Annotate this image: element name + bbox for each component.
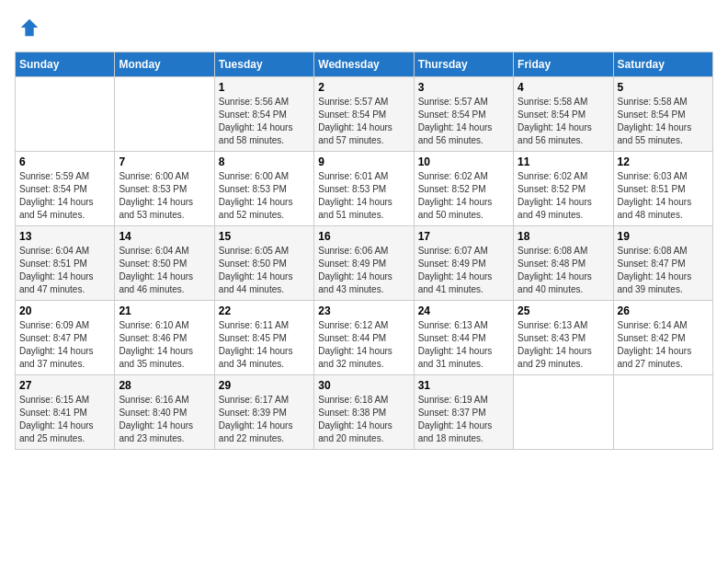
weekday-header: Thursday bbox=[414, 52, 513, 77]
day-number: 7 bbox=[119, 155, 210, 168]
day-info: Sunrise: 5:58 AM Sunset: 8:54 PM Dayligh… bbox=[518, 96, 609, 147]
calendar-cell bbox=[514, 375, 613, 450]
day-number: 21 bbox=[119, 304, 210, 317]
weekday-header: Tuesday bbox=[214, 52, 313, 77]
calendar-table: SundayMondayTuesdayWednesdayThursdayFrid… bbox=[15, 52, 713, 450]
day-info: Sunrise: 6:07 AM Sunset: 8:49 PM Dayligh… bbox=[418, 245, 509, 296]
calendar-cell: 3 Sunrise: 5:57 AM Sunset: 8:54 PM Dayli… bbox=[414, 77, 513, 152]
page-header bbox=[15, 15, 713, 40]
day-number: 3 bbox=[418, 81, 509, 94]
day-number: 1 bbox=[219, 81, 310, 94]
day-number: 9 bbox=[318, 155, 409, 168]
day-info: Sunrise: 6:19 AM Sunset: 8:37 PM Dayligh… bbox=[418, 394, 509, 445]
calendar-cell: 31 Sunrise: 6:19 AM Sunset: 8:37 PM Dayl… bbox=[414, 375, 513, 450]
day-number: 28 bbox=[119, 379, 210, 392]
calendar-cell: 6 Sunrise: 5:59 AM Sunset: 8:54 PM Dayli… bbox=[16, 152, 115, 226]
weekday-header: Saturday bbox=[613, 52, 712, 77]
calendar-cell: 28 Sunrise: 6:16 AM Sunset: 8:40 PM Dayl… bbox=[115, 375, 214, 450]
calendar-cell: 27 Sunrise: 6:15 AM Sunset: 8:41 PM Dayl… bbox=[16, 375, 115, 450]
day-info: Sunrise: 6:06 AM Sunset: 8:49 PM Dayligh… bbox=[318, 245, 409, 296]
calendar-cell: 14 Sunrise: 6:04 AM Sunset: 8:50 PM Dayl… bbox=[115, 226, 214, 301]
day-number: 13 bbox=[19, 230, 110, 243]
day-info: Sunrise: 6:11 AM Sunset: 8:45 PM Dayligh… bbox=[219, 319, 310, 371]
calendar-cell: 24 Sunrise: 6:13 AM Sunset: 8:44 PM Dayl… bbox=[414, 301, 513, 375]
calendar-cell: 16 Sunrise: 6:06 AM Sunset: 8:49 PM Dayl… bbox=[314, 226, 414, 301]
day-info: Sunrise: 5:57 AM Sunset: 8:54 PM Dayligh… bbox=[418, 96, 509, 147]
day-number: 27 bbox=[19, 379, 110, 392]
calendar-cell: 19 Sunrise: 6:08 AM Sunset: 8:47 PM Dayl… bbox=[613, 226, 712, 301]
calendar-cell bbox=[115, 77, 214, 152]
day-info: Sunrise: 6:09 AM Sunset: 8:47 PM Dayligh… bbox=[19, 319, 110, 371]
day-info: Sunrise: 6:02 AM Sunset: 8:52 PM Dayligh… bbox=[418, 170, 509, 222]
day-info: Sunrise: 6:05 AM Sunset: 8:50 PM Dayligh… bbox=[219, 245, 310, 296]
calendar-cell: 15 Sunrise: 6:05 AM Sunset: 8:50 PM Dayl… bbox=[214, 226, 313, 301]
calendar-cell: 18 Sunrise: 6:08 AM Sunset: 8:48 PM Dayl… bbox=[514, 226, 613, 301]
day-info: Sunrise: 6:08 AM Sunset: 8:47 PM Dayligh… bbox=[618, 245, 709, 296]
day-info: Sunrise: 6:15 AM Sunset: 8:41 PM Dayligh… bbox=[19, 394, 110, 445]
logo bbox=[15, 15, 42, 40]
day-info: Sunrise: 6:16 AM Sunset: 8:40 PM Dayligh… bbox=[119, 394, 210, 445]
day-info: Sunrise: 6:18 AM Sunset: 8:38 PM Dayligh… bbox=[318, 394, 409, 445]
calendar-cell: 29 Sunrise: 6:17 AM Sunset: 8:39 PM Dayl… bbox=[214, 375, 313, 450]
day-number: 11 bbox=[518, 155, 609, 168]
day-number: 26 bbox=[618, 304, 709, 317]
calendar-cell bbox=[16, 77, 115, 152]
day-info: Sunrise: 6:17 AM Sunset: 8:39 PM Dayligh… bbox=[219, 394, 310, 445]
day-info: Sunrise: 5:58 AM Sunset: 8:54 PM Dayligh… bbox=[618, 96, 709, 147]
day-info: Sunrise: 6:12 AM Sunset: 8:44 PM Dayligh… bbox=[318, 319, 409, 371]
day-number: 6 bbox=[19, 155, 110, 168]
day-number: 14 bbox=[119, 230, 210, 243]
calendar-cell: 30 Sunrise: 6:18 AM Sunset: 8:38 PM Dayl… bbox=[314, 375, 414, 450]
calendar-cell: 2 Sunrise: 5:57 AM Sunset: 8:54 PM Dayli… bbox=[314, 77, 414, 152]
day-info: Sunrise: 6:14 AM Sunset: 8:42 PM Dayligh… bbox=[618, 319, 709, 371]
day-number: 31 bbox=[418, 379, 509, 392]
day-info: Sunrise: 6:04 AM Sunset: 8:51 PM Dayligh… bbox=[19, 245, 110, 296]
calendar-cell: 21 Sunrise: 6:10 AM Sunset: 8:46 PM Dayl… bbox=[115, 301, 214, 375]
weekday-header: Sunday bbox=[16, 52, 115, 77]
day-number: 2 bbox=[318, 81, 409, 94]
day-number: 24 bbox=[418, 304, 509, 317]
day-info: Sunrise: 6:08 AM Sunset: 8:48 PM Dayligh… bbox=[518, 245, 609, 296]
calendar-cell: 22 Sunrise: 6:11 AM Sunset: 8:45 PM Dayl… bbox=[214, 301, 313, 375]
calendar-cell: 12 Sunrise: 6:03 AM Sunset: 8:51 PM Dayl… bbox=[613, 152, 712, 226]
weekday-header: Friday bbox=[514, 52, 613, 77]
calendar-cell: 8 Sunrise: 6:00 AM Sunset: 8:53 PM Dayli… bbox=[214, 152, 313, 226]
calendar-cell: 9 Sunrise: 6:01 AM Sunset: 8:53 PM Dayli… bbox=[314, 152, 414, 226]
calendar-cell: 26 Sunrise: 6:14 AM Sunset: 8:42 PM Dayl… bbox=[613, 301, 712, 375]
day-number: 10 bbox=[418, 155, 509, 168]
calendar-cell: 17 Sunrise: 6:07 AM Sunset: 8:49 PM Dayl… bbox=[414, 226, 513, 301]
day-number: 12 bbox=[618, 155, 709, 168]
day-number: 23 bbox=[318, 304, 409, 317]
day-number: 15 bbox=[219, 230, 310, 243]
day-info: Sunrise: 6:02 AM Sunset: 8:52 PM Dayligh… bbox=[518, 170, 609, 222]
day-info: Sunrise: 5:57 AM Sunset: 8:54 PM Dayligh… bbox=[318, 96, 409, 147]
weekday-header: Wednesday bbox=[314, 52, 414, 77]
day-info: Sunrise: 6:01 AM Sunset: 8:53 PM Dayligh… bbox=[318, 170, 409, 222]
day-number: 8 bbox=[219, 155, 310, 168]
day-number: 17 bbox=[418, 230, 509, 243]
day-number: 19 bbox=[618, 230, 709, 243]
calendar-cell: 11 Sunrise: 6:02 AM Sunset: 8:52 PM Dayl… bbox=[514, 152, 613, 226]
calendar-cell: 20 Sunrise: 6:09 AM Sunset: 8:47 PM Dayl… bbox=[16, 301, 115, 375]
calendar-cell: 23 Sunrise: 6:12 AM Sunset: 8:44 PM Dayl… bbox=[314, 301, 414, 375]
calendar-cell: 25 Sunrise: 6:13 AM Sunset: 8:43 PM Dayl… bbox=[514, 301, 613, 375]
day-info: Sunrise: 6:00 AM Sunset: 8:53 PM Dayligh… bbox=[219, 170, 310, 222]
logo-icon bbox=[17, 15, 42, 40]
day-info: Sunrise: 6:13 AM Sunset: 8:44 PM Dayligh… bbox=[418, 319, 509, 371]
calendar-cell: 13 Sunrise: 6:04 AM Sunset: 8:51 PM Dayl… bbox=[16, 226, 115, 301]
calendar-cell: 1 Sunrise: 5:56 AM Sunset: 8:54 PM Dayli… bbox=[214, 77, 313, 152]
calendar-cell: 10 Sunrise: 6:02 AM Sunset: 8:52 PM Dayl… bbox=[414, 152, 513, 226]
calendar-cell: 4 Sunrise: 5:58 AM Sunset: 8:54 PM Dayli… bbox=[514, 77, 613, 152]
day-info: Sunrise: 6:10 AM Sunset: 8:46 PM Dayligh… bbox=[119, 319, 210, 371]
day-number: 4 bbox=[518, 81, 609, 94]
day-info: Sunrise: 6:00 AM Sunset: 8:53 PM Dayligh… bbox=[119, 170, 210, 222]
day-number: 5 bbox=[618, 81, 709, 94]
day-number: 18 bbox=[518, 230, 609, 243]
calendar-cell bbox=[613, 375, 712, 450]
day-info: Sunrise: 6:04 AM Sunset: 8:50 PM Dayligh… bbox=[119, 245, 210, 296]
day-info: Sunrise: 6:13 AM Sunset: 8:43 PM Dayligh… bbox=[518, 319, 609, 371]
day-number: 25 bbox=[518, 304, 609, 317]
day-info: Sunrise: 5:59 AM Sunset: 8:54 PM Dayligh… bbox=[19, 170, 110, 222]
day-info: Sunrise: 5:56 AM Sunset: 8:54 PM Dayligh… bbox=[219, 96, 310, 147]
day-number: 20 bbox=[19, 304, 110, 317]
